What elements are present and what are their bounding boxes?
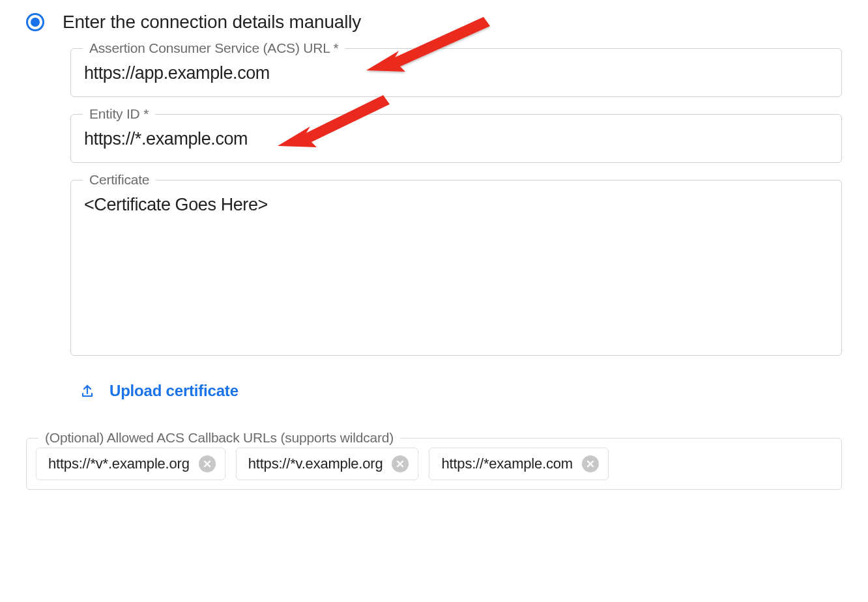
callback-url-chip[interactable]: https://*example.com [429, 448, 608, 480]
chip-text: https://*v.example.org [248, 455, 383, 472]
acs-url-field: Assertion Consumer Service (ACS) URL * [70, 48, 842, 97]
certificate-textarea[interactable] [71, 180, 841, 352]
chip-text: https://*example.com [441, 455, 572, 472]
acs-url-label: Assertion Consumer Service (ACS) URL * [83, 40, 345, 56]
upload-certificate-button[interactable]: Upload certificate [80, 382, 842, 400]
entity-id-field: Entity ID * [70, 114, 842, 163]
radio-icon [26, 13, 44, 31]
certificate-field: Certificate [70, 180, 842, 356]
radio-label: Enter the connection details manually [63, 12, 361, 33]
radio-manual-entry[interactable]: Enter the connection details manually [26, 12, 842, 33]
allowed-acs-callback-urls-label: (Optional) Allowed ACS Callback URLs (su… [38, 430, 400, 446]
close-icon[interactable] [582, 455, 599, 472]
allowed-acs-callback-urls-field: (Optional) Allowed ACS Callback URLs (su… [26, 438, 842, 490]
callback-url-chip[interactable]: https://*v.example.org [236, 448, 419, 480]
callback-url-chip[interactable]: https://*v*.example.org [36, 448, 225, 480]
entity-id-label: Entity ID * [83, 106, 155, 122]
entity-id-input[interactable] [71, 115, 841, 162]
chip-list: https://*v*.example.org https://*v.examp… [36, 448, 832, 480]
upload-icon [80, 383, 95, 399]
certificate-label: Certificate [83, 172, 156, 188]
close-icon[interactable] [392, 455, 409, 472]
upload-certificate-label: Upload certificate [109, 382, 239, 400]
close-icon[interactable] [199, 455, 216, 472]
chip-text: https://*v*.example.org [48, 455, 190, 472]
